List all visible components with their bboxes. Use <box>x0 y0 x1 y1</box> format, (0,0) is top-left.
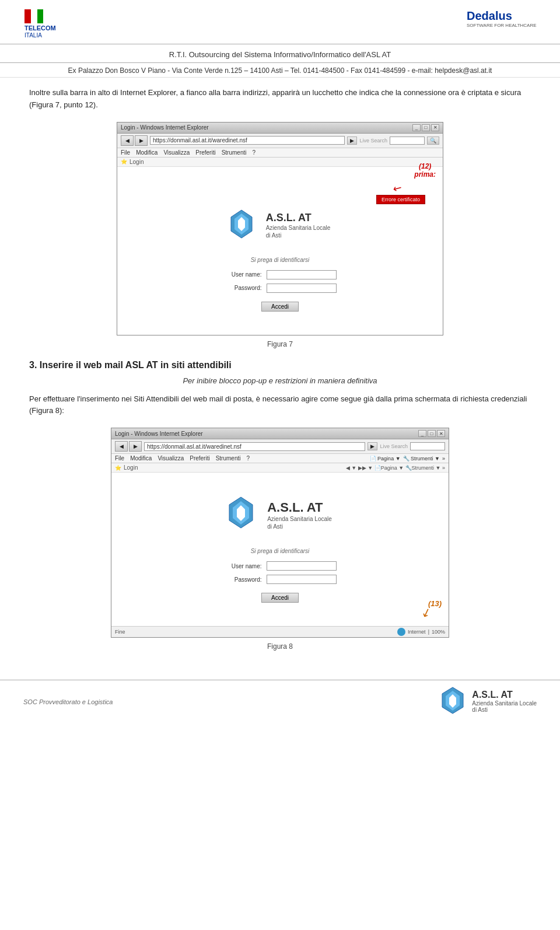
username-row-8: User name: <box>224 561 337 571</box>
page-footer: SOC Provveditorato e Logistica A.S.L. AT… <box>0 680 560 722</box>
right-toolbar2-8: ◀ ▼ ▶▶ ▼ 📄Pagina ▼ 🔧Strumenti ▼ » <box>346 465 445 471</box>
document-title: R.T.I. Outsourcing del Sistema Informati… <box>169 50 391 59</box>
browser-menubar-7: File Modifica Visualizza Preferiti Strum… <box>117 148 443 158</box>
asl-title-8: A.S.L. AT <box>267 500 332 515</box>
menu-file-8[interactable]: File <box>115 455 124 461</box>
star-icon-7: ⭐ <box>121 159 127 165</box>
password-input-8[interactable] <box>267 575 337 584</box>
zoom-value-8: 100% <box>432 629 445 635</box>
close-btn-8[interactable]: ✕ <box>437 430 445 437</box>
fig8-annotation-number: (13) <box>428 599 442 608</box>
page-header: TELECOM ITALIA Dedalus SOFTWARE FOR HEAL… <box>0 0 560 44</box>
menu-visualizza-7[interactable]: Visualizza <box>163 149 190 156</box>
accedi-button-7[interactable]: Accedi <box>261 302 299 312</box>
menu-modifica-8[interactable]: Modifica <box>130 455 152 461</box>
menu-preferiti-7[interactable]: Preferiti <box>195 149 215 156</box>
menu-visualizza-8[interactable]: Visualizza <box>158 455 184 461</box>
menu-preferiti-8[interactable]: Preferiti <box>190 455 209 461</box>
browser-statusbar-8: Fine Internet | 100% <box>111 626 449 637</box>
figura-7-caption: Figura 7 <box>29 340 531 348</box>
login-subtitle-8: Si prega di identificarsi <box>251 548 310 554</box>
menu-strumenti-8[interactable]: Strumenti <box>216 455 241 461</box>
figure-7-browser: Login - Windows Internet Explorer _ □ ✕ … <box>117 122 443 335</box>
username-input-7[interactable] <box>267 270 337 279</box>
svg-text:SOFTWARE FOR HEALTHCARE: SOFTWARE FOR HEALTHCARE <box>467 23 537 28</box>
login-form-8: Si prega di identificarsi User name: Pas… <box>224 548 337 603</box>
login-area-7: Errore certificato A.S.L. AT Azienda San… <box>129 179 431 323</box>
pagina-label-8: 📄 Pagina ▼ <box>370 456 401 461</box>
menu-file-7[interactable]: File <box>121 149 130 156</box>
asl-logo-area-8: A.S.L. AT Azienda Sanitaria Locale di As… <box>228 496 332 534</box>
password-label-8: Password: <box>224 576 262 583</box>
document-title-bar: R.T.I. Outsourcing del Sistema Informati… <box>0 44 560 63</box>
login-area-8: A.S.L. AT Azienda Sanitaria Locale di As… <box>123 484 437 614</box>
forward-btn-7[interactable]: ▶ <box>135 135 148 146</box>
search-go-7[interactable]: 🔍 <box>427 137 439 145</box>
menu-help-7[interactable]: ? <box>252 149 256 156</box>
login-subtitle-7: Si prega di identificarsi <box>251 257 310 263</box>
error-cert-button-7[interactable]: Errore certificato <box>376 195 425 204</box>
favorite-label-7[interactable]: Login <box>130 159 144 165</box>
internet-label-8: Internet <box>408 629 426 635</box>
internet-icon-8 <box>397 628 405 636</box>
address-text: Ex Palazzo Don Bosco V Piano - Via Conte… <box>68 67 492 75</box>
search-box-8[interactable] <box>410 442 445 450</box>
browser-toolbar-7: ◀ ▶ https://donmail.asl.at.it/waredinet.… <box>117 134 443 148</box>
paragraph-2: Per effettuare l'inserimento nei Siti At… <box>29 393 531 418</box>
dedalus-logo-area: Dedalus SOFTWARE FOR HEALTHCARE <box>467 7 537 39</box>
username-label-8: User name: <box>224 563 262 569</box>
section-3-number: 3. <box>29 360 37 370</box>
paragraph-1: Inoltre sulla barra in alto di Internet … <box>29 87 531 111</box>
username-label-7: User name: <box>224 271 262 278</box>
figure-8-container: Login - Windows Internet Explorer _ □ ✕ … <box>29 428 531 638</box>
fig7-annotation-number: (12) prima: <box>414 162 436 179</box>
browser-content-7: Errore certificato A.S.L. AT Azienda San… <box>117 167 443 335</box>
browser-controls-7: _ □ ✕ <box>412 124 439 131</box>
favorite-bar-7: ⭐ Login <box>117 158 443 167</box>
menu-help-8[interactable]: ? <box>246 455 250 461</box>
nav-buttons-8: ◀ ▶ <box>115 441 142 452</box>
asl-subtitle1-7: Azienda Sanitaria Locale <box>266 224 331 232</box>
address-input-7[interactable]: https://donmail.asl.at.it/waredinet.nsf <box>150 136 345 145</box>
address-input-8[interactable]: https://donmail.asl.at.it/waredinet.nsf <box>144 442 365 451</box>
section-3-heading: 3. Inserire il web mail ASL AT in siti a… <box>29 360 531 370</box>
menu-modifica-7[interactable]: Modifica <box>136 149 158 156</box>
close-btn-7[interactable]: ✕ <box>431 124 439 131</box>
dedalus-logo: Dedalus SOFTWARE FOR HEALTHCARE <box>467 7 537 37</box>
maximize-btn-7[interactable]: □ <box>422 124 430 131</box>
favorite-label-8[interactable]: Login <box>124 464 138 471</box>
browser-content-8: A.S.L. AT Azienda Sanitaria Locale di As… <box>111 473 449 626</box>
svg-text:Dedalus: Dedalus <box>467 9 512 22</box>
asl-title-7: A.S.L. AT <box>266 212 331 224</box>
address-bar: Ex Palazzo Don Bosco V Piano - Via Conte… <box>0 63 560 78</box>
footer-soc-area: SOC Provveditorato e Logistica <box>23 697 113 706</box>
maximize-btn-8[interactable]: □ <box>428 430 436 437</box>
go-btn-8[interactable]: ▶ <box>368 442 377 450</box>
browser-toolbar-8: ◀ ▶ https://donmail.asl.at.it/waredinet.… <box>111 439 449 454</box>
back-btn-7[interactable]: ◀ <box>121 135 134 146</box>
figure-7-container: Login - Windows Internet Explorer _ □ ✕ … <box>29 122 531 335</box>
minimize-btn-7[interactable]: _ <box>412 124 421 131</box>
search-box-7[interactable] <box>390 137 425 145</box>
asl-text-8: A.S.L. AT Azienda Sanitaria Locale di As… <box>267 500 332 530</box>
forward-btn-8[interactable]: ▶ <box>129 441 142 452</box>
browser-titlebar-8: Login - Windows Internet Explorer _ □ ✕ <box>111 428 449 439</box>
footer-asl-text: A.S.L. AT Azienda Sanitaria Locale di As… <box>472 690 537 713</box>
password-row-8: Password: <box>224 575 337 584</box>
menu-strumenti-7[interactable]: Strumenti <box>222 149 247 156</box>
password-row-7: Password: <box>224 284 337 293</box>
go-btn-7[interactable]: ▶ <box>347 137 357 145</box>
asl-text-7: A.S.L. AT Azienda Sanitaria Locale di As… <box>266 212 331 239</box>
accedi-button-8[interactable]: Accedi <box>261 593 299 603</box>
minimize-btn-8[interactable]: _ <box>418 430 426 437</box>
browser-title-7: Login - Windows Internet Explorer <box>121 124 209 131</box>
username-input-8[interactable] <box>267 561 337 571</box>
footer-asl-title: A.S.L. AT <box>472 690 537 700</box>
svg-rect-2 <box>31 9 37 23</box>
password-input-7[interactable] <box>267 284 337 293</box>
figure-8-browser: Login - Windows Internet Explorer _ □ ✕ … <box>111 428 449 638</box>
username-row-7: User name: <box>224 270 337 279</box>
asl-subtitle2-7: di Asti <box>266 232 331 239</box>
internet-status-8: Internet | 100% <box>397 628 445 636</box>
back-btn-8[interactable]: ◀ <box>115 441 128 452</box>
